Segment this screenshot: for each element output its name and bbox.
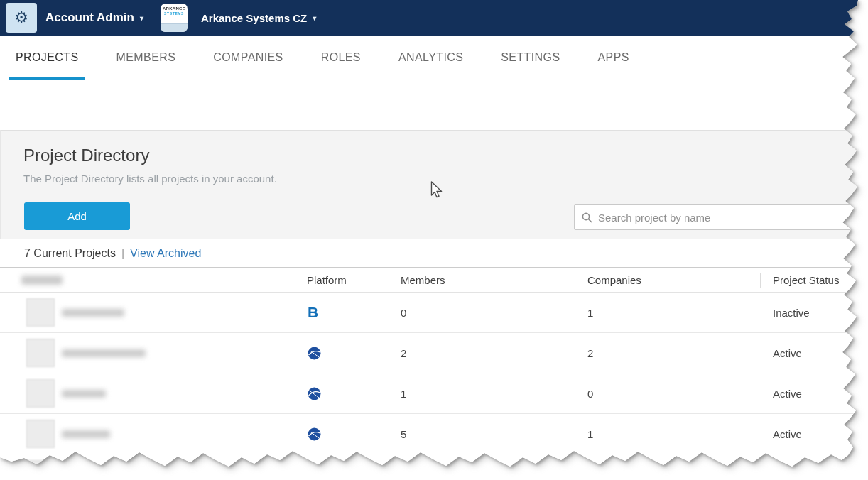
tab-projects[interactable]: PROJECTS (9, 36, 85, 80)
project-name-redacted (62, 430, 110, 438)
project-thumbnail-redacted (26, 460, 55, 480)
column-divider (573, 273, 573, 288)
project-name-redacted (62, 349, 146, 357)
search-icon (582, 212, 592, 223)
members-count: 2 (401, 333, 406, 373)
project-search-box (574, 204, 861, 230)
tab-companies[interactable]: COMPANIES (207, 36, 289, 80)
project-thumbnail-redacted (26, 298, 55, 327)
add-project-button[interactable]: Add (24, 202, 130, 230)
chevron-down-icon: ▾ (140, 14, 143, 22)
page: ⚙ Account Admin ▾ ARKANCE SYSTEMS Arkanc… (0, 0, 868, 480)
arkance-logo[interactable]: ARKANCE SYSTEMS (161, 4, 188, 32)
project-status: Inactive (773, 293, 810, 333)
project-name-redacted (62, 471, 119, 479)
project-thumbnail-redacted (26, 420, 55, 448)
admin-gear-button[interactable]: ⚙ (6, 3, 37, 33)
module-label: Account Admin (45, 11, 134, 25)
divider: | (121, 247, 124, 260)
account-label: Arkance Systems CZ (201, 12, 307, 24)
view-archived-link[interactable]: View Archived (130, 247, 201, 260)
page-title: Project Directory (23, 146, 149, 165)
module-switcher[interactable]: Account Admin ▾ (45, 0, 143, 36)
column-divider (760, 273, 761, 288)
project-status: Active (773, 333, 802, 373)
project-name-redacted (62, 309, 124, 317)
acc-globe-icon (308, 347, 321, 360)
search-input[interactable] (598, 212, 853, 224)
column-header-project-status[interactable]: Project Status (773, 268, 839, 293)
table-row[interactable] (0, 454, 868, 480)
tab-apps[interactable]: APPS (591, 36, 635, 80)
tab-bar: PROJECTS MEMBERS COMPANIES ROLES ANALYTI… (0, 36, 868, 80)
companies-count: 2 (587, 333, 593, 373)
name-column-header-redacted[interactable] (21, 276, 63, 285)
top-navbar: ⚙ Account Admin ▾ ARKANCE SYSTEMS Arkanc… (0, 0, 868, 36)
gear-icon: ⚙ (14, 10, 28, 26)
project-thumbnail-redacted (26, 379, 55, 408)
page-subtitle: The Project Directory lists all projects… (23, 173, 277, 185)
tab-settings[interactable]: SETTINGS (494, 36, 566, 80)
column-header-platform[interactable]: Platform (307, 268, 347, 293)
acc-globe-icon (308, 427, 321, 441)
project-thumbnail-redacted (26, 339, 55, 367)
column-header-companies[interactable]: Companies (587, 268, 641, 293)
table-header-row: Platform Members Companies Project Statu… (0, 268, 868, 293)
companies-count: 1 (587, 293, 593, 333)
projects-count-bar: 7 Current Projects | View Archived (0, 239, 868, 268)
bim360-b-icon: B (308, 305, 318, 320)
current-projects-count: 7 Current Projects (24, 247, 116, 260)
chevron-down-icon: ▾ (313, 14, 316, 22)
column-divider (293, 273, 293, 288)
logo-text-2: SYSTEMS (161, 11, 188, 16)
logo-footer-strip (161, 23, 188, 32)
project-table-body: B 0 1 Inactive 2 2 Active (0, 293, 868, 480)
tab-members[interactable]: MEMBERS (110, 36, 183, 80)
project-status: Active (773, 373, 802, 414)
tab-analytics[interactable]: ANALYTICS (392, 36, 470, 80)
logo-text-1: ARKANCE (161, 6, 188, 11)
acc-globe-icon (308, 387, 321, 400)
table-row[interactable]: 2 2 Active (0, 333, 868, 373)
table-row[interactable]: 5 1 Active (0, 414, 868, 454)
members-count: 5 (401, 414, 406, 454)
project-status: Active (773, 414, 802, 454)
column-header-members[interactable]: Members (401, 268, 445, 293)
account-switcher[interactable]: Arkance Systems CZ ▾ (201, 0, 316, 36)
table-row[interactable]: B 0 1 Inactive (0, 293, 868, 333)
table-row[interactable]: 1 0 Active (0, 373, 868, 414)
project-name-redacted (62, 390, 106, 398)
members-count: 1 (401, 373, 406, 414)
companies-count: 0 (587, 373, 593, 414)
tab-roles[interactable]: ROLES (315, 36, 367, 80)
members-count: 0 (401, 293, 406, 333)
companies-count: 1 (587, 414, 593, 454)
column-divider (386, 273, 386, 288)
